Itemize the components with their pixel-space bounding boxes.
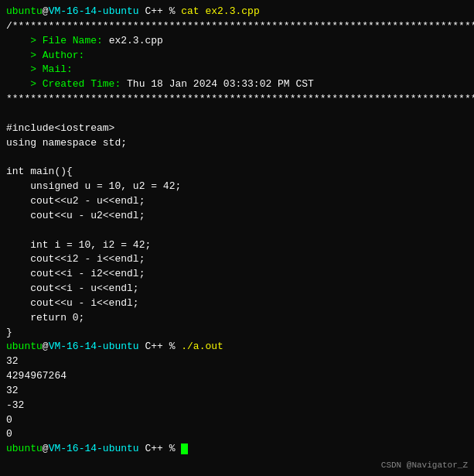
prompt-line-3: ubuntu@VM-16-14-ubuntu C++ %	[6, 442, 468, 457]
cout6-line: cout<<u - i<<endl;	[6, 296, 468, 311]
output-2: 4294967264	[6, 369, 468, 384]
using-line: using namespace std;	[6, 136, 468, 151]
prompt-user-1: ubuntu	[6, 5, 43, 17]
mail-line: > Mail:	[6, 63, 468, 77]
terminal-cursor	[181, 443, 188, 454]
prompt-cmd-2: ./a.out	[181, 341, 223, 352]
stars-bottom: ****************************************…	[6, 92, 468, 107]
output-4: -32	[6, 399, 468, 413]
cout2-line: cout<<u - u2<<endl;	[6, 209, 468, 224]
include-line: #include<iostream>	[6, 122, 468, 136]
close-brace-line: }	[6, 326, 468, 341]
blank-1	[6, 107, 468, 122]
blank-2	[6, 150, 468, 165]
prompt-line-2: ubuntu@VM-16-14-ubuntu C++ % ./a.out	[6, 340, 468, 354]
prompt-cmd-1: cat ex2.3.cpp	[181, 5, 259, 17]
author-line: > Author:	[6, 49, 468, 63]
prompt-user-3: ubuntu	[6, 443, 43, 454]
output-6: 0	[6, 427, 468, 442]
int-line: int i = 10, i2 = 42;	[6, 238, 468, 253]
prompt-host-3: VM-16-14-ubuntu	[49, 443, 139, 454]
main-line: int main(){	[6, 165, 468, 180]
stars-top: /***************************************…	[6, 19, 468, 34]
prompt-host-2: VM-16-14-ubuntu	[49, 341, 139, 352]
cout3-line: cout<<i2 - i<<endl;	[6, 252, 468, 267]
cout1-line: cout<<u2 - u<<endl;	[6, 194, 468, 209]
blank-3	[6, 224, 468, 238]
watermark: CSDN @Navigator_Z	[381, 461, 468, 470]
output-1: 32	[6, 354, 468, 369]
file-name-line: > File Name: ex2.3.cpp	[6, 34, 468, 49]
terminal-window: ubuntu@VM-16-14-ubuntu C++ % cat ex2.3.c…	[0, 0, 474, 476]
prompt-user-2: ubuntu	[6, 341, 43, 352]
cout4-line: cout<<i - i2<<endl;	[6, 267, 468, 282]
created-line: > Created Time: Thu 18 Jan 2024 03:33:02…	[6, 77, 468, 92]
unsigned-line: unsigned u = 10, u2 = 42;	[6, 180, 468, 194]
return-line: return 0;	[6, 311, 468, 326]
prompt-host-1: VM-16-14-ubuntu	[49, 5, 139, 17]
prompt-line-1: ubuntu@VM-16-14-ubuntu C++ % cat ex2.3.c…	[6, 5, 468, 19]
cout5-line: cout<<i - u<<endl;	[6, 282, 468, 296]
output-3: 32	[6, 384, 468, 399]
output-5: 0	[6, 413, 468, 428]
